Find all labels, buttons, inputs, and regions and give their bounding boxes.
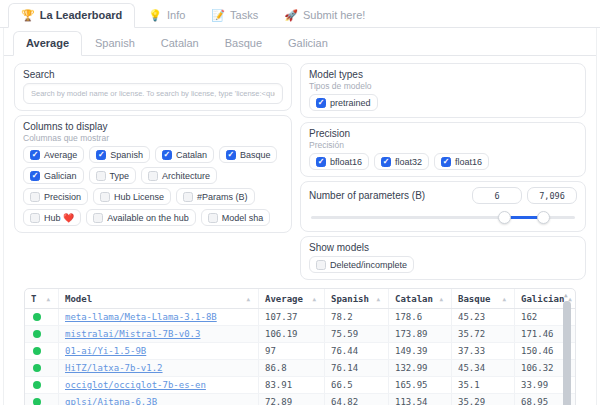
leaderboard-table: T ▲ Model ▲ Average ▲ Spanish — [24, 288, 576, 405]
language-tab[interactable]: Catalan — [148, 31, 212, 56]
checkbox-label: Deleted/incomplete — [330, 260, 407, 270]
memo-icon: 📝 — [211, 10, 225, 21]
spanish-cell: 75.59 — [325, 326, 389, 342]
params-max-input[interactable] — [527, 187, 577, 204]
column-checkbox-chip[interactable]: #Params (B) — [176, 188, 255, 205]
app-tab[interactable]: 📝 Tasks — [198, 3, 271, 28]
column-checkbox-chip[interactable]: Hub ❤️ — [23, 209, 81, 226]
column-header[interactable]: Spanish ▲ — [325, 289, 389, 308]
column-checkbox-chip[interactable]: Spanish — [89, 146, 150, 163]
app-tab[interactable]: 🏆 La Leaderboard — [8, 3, 135, 28]
sort-arrow-icon[interactable]: ▲ — [46, 295, 52, 302]
checkbox[interactable] — [96, 150, 106, 160]
precision-checkbox-chip[interactable]: bfloat16 — [309, 153, 369, 170]
filters-area: Search Columns to display Columnas que m… — [14, 63, 586, 280]
checkbox[interactable] — [208, 213, 218, 223]
column-checkbox-chip[interactable]: Galician — [23, 167, 84, 184]
catalan-cell: 178.6 — [389, 309, 452, 325]
checkbox[interactable] — [183, 192, 193, 202]
slider-handle-min[interactable] — [498, 211, 511, 224]
language-tab[interactable]: Average — [13, 31, 82, 56]
checkbox[interactable] — [30, 171, 40, 181]
sort-arrow-icon[interactable]: ▲ — [246, 295, 252, 302]
checkbox[interactable] — [162, 150, 172, 160]
language-tab[interactable]: Spanish — [82, 31, 148, 56]
show-models-panel: Show models Deleted/incomplete — [300, 236, 586, 280]
checkbox[interactable] — [96, 171, 106, 181]
app-tab-label: La Leaderboard — [40, 9, 123, 21]
model-link[interactable]: HiTZ/latxa-7b-v1.2 — [65, 363, 163, 373]
checkbox[interactable] — [316, 98, 326, 108]
scroll-up-icon[interactable]: ▲ — [564, 291, 568, 299]
column-header-label: T — [31, 294, 36, 304]
language-tab[interactable]: Basque — [212, 31, 275, 56]
params-range-slider[interactable] — [311, 211, 575, 224]
sort-arrow-icon[interactable]: ▲ — [376, 295, 382, 302]
column-checkbox-chip[interactable]: Precision — [23, 188, 88, 205]
checkbox-label: pretrained — [330, 98, 371, 108]
table-scrollbar[interactable]: ▲ — [563, 291, 572, 405]
checkbox-label: Precision — [44, 192, 81, 202]
average-cell: 106.19 — [259, 326, 325, 342]
checkbox[interactable] — [30, 192, 40, 202]
column-header[interactable]: Model ▲ — [59, 289, 259, 308]
column-header[interactable]: Catalan ▲ — [389, 289, 452, 308]
column-checkbox-chip[interactable]: Average — [23, 146, 84, 163]
sort-arrow-icon[interactable]: ▲ — [312, 295, 318, 302]
scrollbar-thumb[interactable] — [563, 301, 571, 405]
checkbox-label: Catalan — [176, 150, 207, 160]
params-min-input[interactable] — [472, 187, 522, 204]
slider-handle-max[interactable] — [537, 211, 550, 224]
checkbox[interactable] — [93, 213, 103, 223]
model-type-checkbox-chip[interactable]: pretrained — [309, 94, 378, 111]
language-tab[interactable]: Galician — [275, 31, 341, 56]
model-types-checkbox-group: pretrained — [309, 94, 577, 111]
checkbox[interactable] — [100, 192, 110, 202]
columns-panel: Columns to display Columnas que mostrar … — [14, 115, 292, 233]
model-link[interactable]: gplsi/Aitana-6.3B — [65, 397, 157, 405]
column-checkbox-chip[interactable]: Architecture — [141, 167, 217, 184]
table-row: occiglot/occiglot-7b-es-en 83.91 66.5 16… — [25, 377, 575, 394]
checkbox[interactable] — [441, 157, 451, 167]
search-panel: Search — [14, 63, 292, 111]
checkbox[interactable] — [30, 213, 40, 223]
language-tab-label: Catalan — [161, 37, 199, 49]
model-types-panel: Model types Tipos de modelo pretrained — [300, 63, 586, 118]
lightbulb-icon: 💡 — [148, 10, 162, 21]
precision-checkbox-chip[interactable]: float32 — [374, 153, 429, 170]
model-link[interactable]: meta-llama/Meta-Llama-3.1-8B — [65, 312, 217, 322]
checkbox[interactable] — [30, 150, 40, 160]
column-header[interactable]: Basque ▲ — [452, 289, 515, 308]
average-cell: 86.8 — [259, 360, 325, 376]
sort-arrow-icon[interactable]: ▲ — [439, 295, 445, 302]
checkbox-label: #Params (B) — [197, 192, 248, 202]
pretrained-dot-icon — [33, 330, 41, 338]
checkbox[interactable] — [148, 171, 158, 181]
model-link[interactable]: occiglot/occiglot-7b-es-en — [65, 380, 206, 390]
checkbox[interactable] — [226, 150, 236, 160]
column-checkbox-chip[interactable]: Available on the hub — [86, 209, 195, 226]
column-header[interactable]: Average ▲ — [259, 289, 325, 308]
filters-and-table: Search Columns to display Columnas que m… — [4, 56, 596, 405]
precision-checkbox-chip[interactable]: float16 — [434, 153, 489, 170]
column-checkbox-chip[interactable]: Type — [89, 167, 137, 184]
show-models-checkbox-chip[interactable]: Deleted/incomplete — [309, 256, 414, 273]
column-checkbox-chip[interactable]: Hub License — [93, 188, 171, 205]
search-input[interactable] — [23, 83, 283, 104]
column-checkbox-chip[interactable]: Model sha — [201, 209, 271, 226]
checkbox[interactable] — [316, 260, 326, 270]
model-link[interactable]: 01-ai/Yi-1.5-9B — [65, 346, 146, 356]
sort-arrow-icon[interactable]: ▲ — [502, 295, 508, 302]
app-tab[interactable]: 💡 Info — [135, 3, 198, 28]
column-checkbox-chip[interactable]: Catalan — [155, 146, 214, 163]
checkbox[interactable] — [316, 157, 326, 167]
model-types-label: Model types — [309, 69, 577, 81]
model-link[interactable]: mistralai/Mistral-7B-v0.3 — [65, 329, 200, 339]
column-checkbox-chip[interactable]: Basque — [219, 146, 278, 163]
average-cell: 72.89 — [259, 394, 325, 405]
checkbox[interactable] — [381, 157, 391, 167]
table-row: 01-ai/Yi-1.5-9B 97 76.44 149.39 37.33 15… — [25, 343, 575, 360]
model-types-sublabel: Tipos de modelo — [309, 81, 577, 91]
column-header[interactable]: T ▲ — [25, 289, 59, 308]
app-tab[interactable]: 🚀 Submit here! — [271, 3, 378, 28]
